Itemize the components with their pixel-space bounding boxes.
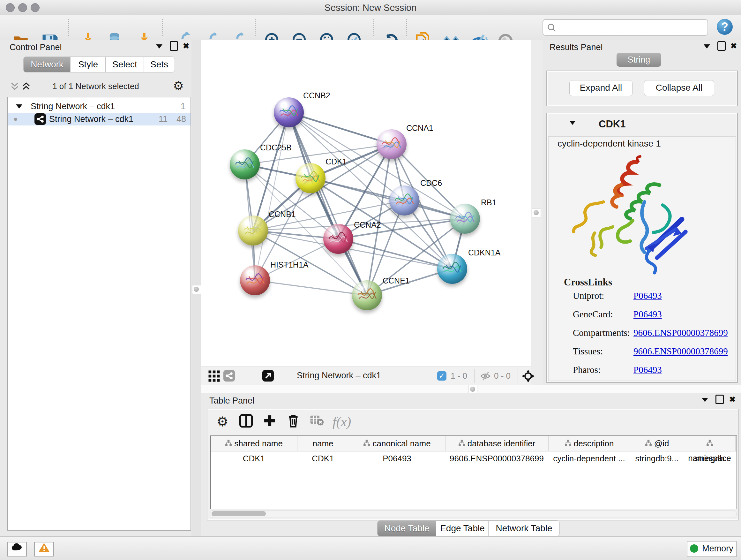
table-cell[interactable]: P06493 <box>349 451 445 465</box>
column-header-namespace[interactable]: namespace <box>684 436 736 451</box>
network-node-cdk1[interactable] <box>295 163 326 193</box>
network-edge[interactable] <box>255 280 367 295</box>
network-edge[interactable] <box>255 112 289 280</box>
crosslink-link[interactable]: P06493 <box>633 365 662 375</box>
horizontal-splitter[interactable] <box>201 385 741 394</box>
control-panel-menu-button[interactable] <box>154 41 165 51</box>
left-splitter[interactable] <box>192 40 201 537</box>
node-label-ccnb1: CCNB1 <box>269 210 296 219</box>
table-cell[interactable]: cyclin-dependent ... <box>548 451 630 465</box>
search-input[interactable] <box>560 21 704 33</box>
results-panel-close-button[interactable]: ✖ <box>728 41 739 51</box>
network-view-share-icon[interactable] <box>223 370 235 381</box>
results-panel-menu-button[interactable] <box>701 41 712 51</box>
table-cell[interactable]: CDK1 <box>297 451 349 465</box>
column-header-id[interactable]: @id <box>630 436 684 451</box>
help-button[interactable]: ? <box>717 19 733 35</box>
results-panel-float-button[interactable] <box>716 41 727 52</box>
network-node-cdc25b[interactable] <box>230 149 260 179</box>
delete-table-icon[interactable] <box>309 414 325 430</box>
network-node-ccna2[interactable] <box>323 224 353 254</box>
table-panel-close-button[interactable]: ✖ <box>727 394 738 405</box>
toolbar-separator <box>162 19 163 36</box>
crosslink-row: GeneCard:P06493 <box>549 309 736 325</box>
network-collection-row[interactable]: String Network – cdk1 1 <box>8 100 191 113</box>
network-node-cdc6[interactable] <box>389 186 419 215</box>
delete-column-trash-icon[interactable] <box>285 414 301 430</box>
node-label-hist1h1a: HIST1H1A <box>270 260 308 269</box>
scrollbar-thumb[interactable] <box>212 511 266 516</box>
table-cell[interactable]: 9606.ENSP00000378699 <box>445 451 548 465</box>
network-node-ccna1[interactable] <box>377 129 407 159</box>
detach-view-icon[interactable] <box>262 370 274 381</box>
table-horizontal-scrollbar[interactable] <box>210 510 737 518</box>
control-panel-float-button[interactable] <box>169 41 179 52</box>
add-column-icon[interactable] <box>262 414 278 430</box>
birdseye-crosshair-icon[interactable] <box>522 369 535 383</box>
status-bar: Memory <box>0 537 741 560</box>
network-node-hist1h1a[interactable] <box>240 265 270 295</box>
network-edge[interactable] <box>289 112 392 144</box>
column-header-description[interactable]: description <box>548 436 630 451</box>
control-panel-close-button[interactable]: ✖ <box>181 41 192 51</box>
warning-button[interactable] <box>34 542 54 557</box>
collection-label: String Network – cdk1 <box>30 100 115 113</box>
shared-column-icon <box>458 439 465 446</box>
protein-squiggle-icon <box>300 170 321 186</box>
table-panel-float-button[interactable] <box>714 395 725 406</box>
tab-style[interactable]: Style <box>70 57 106 72</box>
table-cell[interactable]: CDK1 <box>211 451 297 465</box>
network-node-rb1[interactable] <box>450 204 480 234</box>
table-options-gear-icon[interactable]: ⚙ <box>214 414 230 430</box>
tab-network-table[interactable]: Network Table <box>488 520 560 537</box>
right-splitter[interactable] <box>531 40 543 385</box>
column-header-databaseidentifier[interactable]: database identifier <box>445 436 549 451</box>
gene-name: CDK1 <box>599 118 625 130</box>
control-panel: Control Panel ✖ Network Style Select Set… <box>0 40 192 537</box>
crosslink-link[interactable]: P06493 <box>633 291 662 301</box>
warning-icon <box>38 543 50 553</box>
crosslink-link[interactable]: 9606.ENSP00000378699 <box>633 346 728 357</box>
horizontal-splitter-handle[interactable] <box>468 385 477 394</box>
table-panel-menu-button[interactable] <box>699 394 711 405</box>
tab-network[interactable]: Network <box>23 57 71 72</box>
network-row-selected[interactable]: ● String Network – cdk1 11 48 <box>8 113 191 125</box>
right-splitter-handle[interactable] <box>532 208 541 217</box>
network-node-ccnb2[interactable] <box>274 98 304 127</box>
collection-expand-icon[interactable] <box>16 99 22 112</box>
network-node-ccnb1[interactable] <box>238 215 268 246</box>
collapse-all-button[interactable]: Collapse All <box>644 80 714 96</box>
network-node-cdkn1a[interactable] <box>437 254 467 284</box>
network-canvas[interactable]: CCNB2CCNA1CDC25BCDK1CDC6RB1CCNB1CCNA2CDK… <box>201 40 531 367</box>
grid-view-icon[interactable] <box>208 370 220 382</box>
network-label: String Network – cdk1 <box>49 113 133 125</box>
show-columns-icon[interactable] <box>238 414 254 430</box>
tab-sets[interactable]: Sets <box>144 57 175 72</box>
gene-collapse-icon[interactable] <box>569 120 576 126</box>
cloud-button[interactable] <box>7 542 27 557</box>
column-header-sharedname[interactable]: shared name <box>211 436 297 451</box>
node-table: shared name name canonical name database… <box>210 435 737 509</box>
network-node-ccne1[interactable] <box>352 280 382 310</box>
column-header-canonicalname[interactable]: canonical name <box>349 436 446 451</box>
gene-section-header[interactable]: CDK1 <box>548 115 736 136</box>
hidden-eye-icon[interactable] <box>479 371 491 381</box>
memory-button[interactable]: Memory <box>687 541 737 557</box>
tab-edge-table[interactable]: Edge Table <box>436 520 489 537</box>
tab-string[interactable]: String <box>616 53 661 67</box>
tab-select[interactable]: Select <box>105 57 144 72</box>
expand-all-button[interactable]: Expand All <box>569 80 632 96</box>
function-builder-icon[interactable]: f(x) <box>333 414 348 430</box>
string-network-icon <box>35 113 46 125</box>
crosslink-link[interactable]: P06493 <box>633 309 662 320</box>
network-options-gear-icon[interactable]: ⚙ <box>173 78 184 94</box>
crosslink-label: Pharos: <box>573 365 601 375</box>
selected-checkbox-icon[interactable]: ✓ <box>437 371 447 381</box>
table-cell[interactable]: stringdb:9... <box>630 451 684 465</box>
control-panel-title: Control Panel <box>10 43 62 52</box>
column-header-name[interactable]: name <box>297 436 349 451</box>
tab-node-table[interactable]: Node Table <box>377 520 436 537</box>
crosslink-link[interactable]: 9606.ENSP00000378699 <box>633 327 728 338</box>
table-cell[interactable]: stringdb <box>684 451 735 465</box>
left-splitter-handle[interactable] <box>192 285 201 294</box>
